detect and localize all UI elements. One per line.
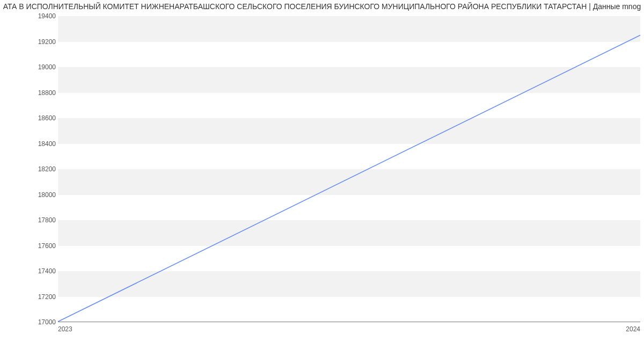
line-series [58, 16, 640, 322]
chart-container: АТА В ИСПОЛНИТЕЛЬНЫЙ КОМИТЕТ НИЖНЕНАРАТБ… [0, 0, 644, 349]
x-tick-label: 2023 [58, 325, 72, 333]
y-tick-label: 17600 [38, 242, 56, 250]
x-tick-label: 2024 [626, 325, 640, 333]
y-tick-label: 18800 [38, 89, 56, 97]
y-tick-label: 18200 [38, 165, 56, 173]
y-tick-label: 18000 [38, 191, 56, 199]
y-tick-label: 19000 [38, 63, 56, 71]
y-tick-label: 17400 [38, 267, 56, 275]
y-tick-label: 17200 [38, 293, 56, 301]
y-tick-label: 17000 [38, 318, 56, 326]
y-tick-label: 19400 [38, 12, 56, 20]
chart-title: АТА В ИСПОЛНИТЕЛЬНЫЙ КОМИТЕТ НИЖНЕНАРАТБ… [0, 2, 644, 11]
plot-area [58, 16, 640, 322]
y-tick-label: 18400 [38, 140, 56, 148]
y-tick-label: 18600 [38, 114, 56, 122]
y-tick-label: 17800 [38, 216, 56, 224]
y-tick-label: 19200 [38, 38, 56, 46]
